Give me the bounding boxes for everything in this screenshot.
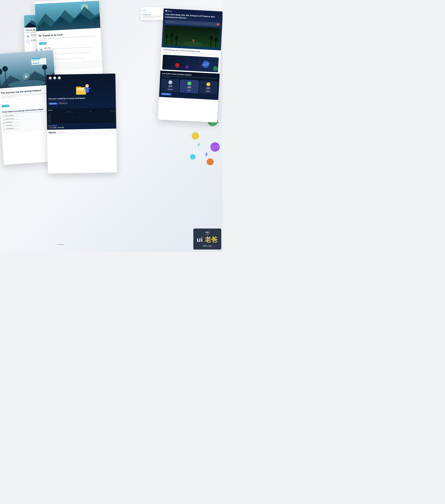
ft-row1-ware: ✓ xyxy=(114,113,115,114)
main-scene: Pricings Products Portfolio Contact Us xyxy=(0,0,222,252)
ft-row1-fire: ✓ xyxy=(72,114,73,115)
svg-point-27 xyxy=(169,57,169,58)
svg-rect-53 xyxy=(37,62,39,64)
journey-cta-button[interactable]: JOIN NOW xyxy=(1,105,10,108)
nav-links: Pricings Products Portfolio Contact Us xyxy=(81,0,97,1)
features-table: Features Fire Services HSE Warehousing F… xyxy=(47,107,116,124)
svg-rect-4 xyxy=(38,27,39,29)
ft-col-fire: Fire Services xyxy=(66,111,71,112)
svg-marker-81 xyxy=(205,152,208,157)
app-dot-5 xyxy=(56,127,58,128)
ft-col-warehouse: Warehousing xyxy=(110,110,115,111)
watermark-ui: ui xyxy=(197,236,205,243)
app-dot-7 xyxy=(60,127,62,128)
svg-marker-82 xyxy=(198,143,200,146)
bar-chart-icon: 📊 xyxy=(165,10,167,12)
warner-logo: Warner xyxy=(49,131,56,134)
svg-marker-7 xyxy=(42,24,44,26)
finance-search-button[interactable]: → xyxy=(217,23,219,26)
app-dot-2 xyxy=(50,127,52,128)
be-visible-card: 📄 Be visible to "like" Strengthen your d… xyxy=(141,7,163,20)
bv-document-icon: 📄 xyxy=(142,9,147,13)
journey-email-placeholder: Enter email address xyxy=(3,98,51,102)
finance-mockup: 📊 dishum Lets dive deep into the Amazon … xyxy=(158,8,222,123)
dark-fire-services: 🔥 Fire Services xyxy=(48,77,52,80)
restart-free-tab[interactable]: RESTART FREE xyxy=(58,102,68,105)
save-dot-icon: $ xyxy=(2,116,5,118)
ft-row4-label: Feature 4 xyxy=(48,120,51,120)
portfolio-section: Lets build a better portfolio together L… xyxy=(159,71,220,100)
dark-warehouse-icon: ☁ xyxy=(58,76,61,79)
finance-freemium-tier: FREEMIUM xyxy=(162,89,178,91)
ft-row3-fire: ✓ xyxy=(72,117,73,118)
social-dot-icon: 👤 xyxy=(3,122,5,124)
svg-rect-58 xyxy=(77,88,85,89)
dishum-name: dishum xyxy=(168,10,172,12)
nav-link-contact[interactable]: Contact Us xyxy=(93,0,97,0)
svg-rect-63 xyxy=(84,88,86,89)
dark-fire-icon: 🔥 xyxy=(49,77,51,79)
finance-freemium-card: ⚙ $120 1 User Limited Projects FREEMIUM xyxy=(161,79,180,92)
svg-point-71 xyxy=(220,107,220,108)
svg-point-80 xyxy=(207,158,214,165)
fm-monitor-icon: 🖥 xyxy=(26,35,30,38)
illustration-area xyxy=(48,80,114,96)
svg-rect-52 xyxy=(35,63,37,64)
finance-basic-card: ✓ $280 2 Users Unlimited Projects BASIC xyxy=(180,80,199,93)
finance-gear-icon: ⚙ xyxy=(168,80,173,85)
timing-dot-icon: ⏰ xyxy=(3,125,5,128)
signup-free-tab[interactable]: SIGN UP FREE xyxy=(49,102,58,105)
dark-warehouse-label: Warehousing xyxy=(57,79,61,80)
finance-header: 📊 dishum Lets dive deep into the Amazon … xyxy=(162,8,222,50)
dp-tabs: SIGN UP FREE RESTART FREE xyxy=(49,101,114,105)
ft-row3-label: Feature 3 xyxy=(48,118,51,119)
portfolio-more-button[interactable]: MORE TO ADD → xyxy=(161,93,172,96)
ft-header: Fire Services HSE Warehousing xyxy=(48,110,115,113)
svg-point-61 xyxy=(85,84,89,88)
dark-fire-label: Fire Services xyxy=(48,80,52,80)
app-dot-3 xyxy=(52,127,54,128)
camera-icon: 📷 xyxy=(197,231,218,235)
svg-point-28 xyxy=(177,60,178,60)
ft-row4-hse: ✓ xyxy=(93,119,94,120)
finance-search-placeholder: Enter email address xyxy=(166,21,216,25)
svg-point-29 xyxy=(187,57,188,58)
travel-hero xyxy=(35,1,100,31)
svg-rect-8 xyxy=(95,23,96,26)
ft-col-hse: HSE xyxy=(90,111,92,112)
finance-body: Current landscape when it comes to inves… xyxy=(159,47,221,102)
svg-point-31 xyxy=(212,58,212,59)
dark-hse-icon: ⚕ xyxy=(53,77,56,79)
svg-marker-9 xyxy=(94,21,96,23)
finance-check-icon: ✓ xyxy=(187,81,192,86)
dark-hse: ⚕ HSE xyxy=(53,77,56,80)
dark-pricing-mockup: 🔥 Fire Services ⚕ HSE ☁ Warehousing xyxy=(46,73,117,174)
dark-tailored-icons: 🔥 Fire Services ⚕ HSE ☁ Warehousing xyxy=(48,75,113,80)
app-dot-4 xyxy=(54,127,56,128)
warner-section: Warner Creative Agency xyxy=(47,129,116,136)
ft-row2-label: Feature 2 xyxy=(48,116,51,117)
travel-cta-button[interactable]: JOIN NOW xyxy=(39,42,47,45)
svg-point-79 xyxy=(190,154,196,160)
svg-rect-57 xyxy=(76,87,81,88)
app-dot-6 xyxy=(58,127,60,128)
nav-link-portfolio[interactable]: Portfolio xyxy=(90,0,93,0)
forest-scene xyxy=(163,25,220,48)
ft-row5-fire: — xyxy=(72,121,73,122)
fire-services-bottom-label: Fire Services xyxy=(57,244,64,245)
ft-row4-fire: ✓ xyxy=(72,119,73,120)
watermark-url: uil8.com xyxy=(197,244,218,247)
svg-rect-26 xyxy=(162,55,219,72)
bv-title: Be visible to "like" xyxy=(142,14,162,15)
ft-row2-ware: — xyxy=(114,115,115,116)
ft-row2-fire: ✓ xyxy=(72,116,73,117)
app-dot-1 xyxy=(48,127,50,128)
nav-link-products[interactable]: Products xyxy=(85,0,89,1)
ft-row1-hse: ✓ xyxy=(93,114,93,114)
svg-rect-51 xyxy=(33,63,35,64)
nav-link-pricings[interactable]: Pricings xyxy=(81,0,84,1)
space-illustration xyxy=(162,55,219,72)
ft-row1-label: Feature 1 xyxy=(48,114,51,115)
ft-row2-hse: ✓ xyxy=(93,115,93,116)
dark-pricing-top: 🔥 Fire Services ⚕ HSE ☁ Warehousing xyxy=(46,73,116,108)
